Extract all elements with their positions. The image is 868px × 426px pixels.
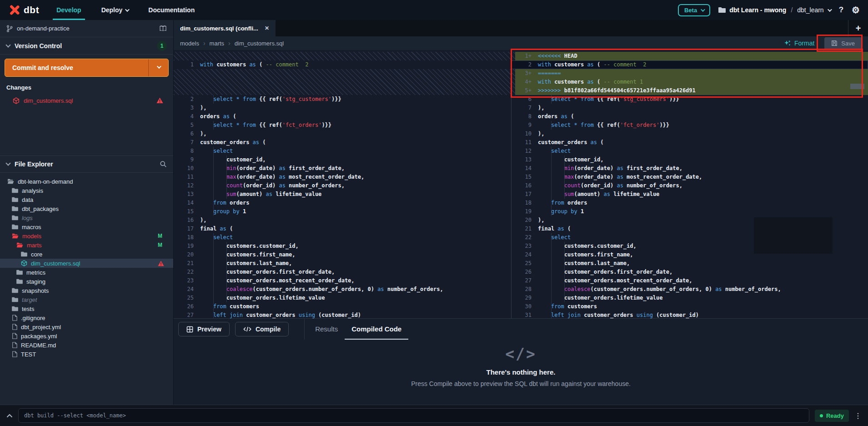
file-explorer-header[interactable]: File Explorer xyxy=(0,155,173,173)
tree-item-marts[interactable]: martsM xyxy=(0,241,173,250)
indent-guide xyxy=(551,155,552,164)
indent-guide xyxy=(213,207,214,216)
indent-guide xyxy=(226,155,227,164)
dbt-logo[interactable]: dbt xyxy=(8,4,39,16)
indent-guide xyxy=(226,294,227,302)
commit-options-caret[interactable] xyxy=(148,59,168,76)
code-text: customer_id, xyxy=(538,155,604,164)
tree-item-metrics[interactable]: metrics xyxy=(0,268,173,277)
chevron-up-icon[interactable] xyxy=(6,414,13,418)
version-control-header[interactable]: Version Control 1 xyxy=(0,37,173,55)
commit-and-resolve-button[interactable]: Commit and resolve xyxy=(5,59,169,77)
tree-item-dbt-packages[interactable]: dbt_packages xyxy=(0,204,173,213)
tree-item-staging[interactable]: staging xyxy=(0,277,173,286)
grid-icon xyxy=(186,326,193,333)
code-line: 21 customers.last_name, xyxy=(174,259,511,268)
tree-item-dbt-learn-on-demand[interactable]: dbt-learn-on-demand xyxy=(0,177,173,186)
code-line: 15 group by 1 xyxy=(174,207,511,216)
line-number: 19 xyxy=(177,242,194,251)
code-line: 14 min(order_date) as first_order_date, xyxy=(512,164,868,173)
code-line: 12 count(order_id) as number_of_orders, xyxy=(174,181,511,190)
minimap-slider[interactable] xyxy=(850,84,864,89)
code-line: 9 select * from {{ ref('fct_orders')}} xyxy=(512,121,868,130)
code-text: ), xyxy=(200,104,206,112)
project-selector[interactable]: dbt Learn - mwong / dbt_learn xyxy=(718,6,831,14)
beta-dropdown[interactable]: Beta xyxy=(678,4,710,16)
sidebar: on-demand-practice Version Control 1 Com… xyxy=(0,20,174,405)
save-button[interactable]: Save xyxy=(824,37,862,50)
breadcrumb-chevron: › xyxy=(203,40,206,47)
new-tab-button[interactable]: + xyxy=(848,20,868,36)
indent-guide xyxy=(226,242,227,251)
indent-guide xyxy=(213,294,214,302)
line-number: 16 xyxy=(177,216,194,225)
toolbar-actions: Format Save xyxy=(784,37,862,50)
search-icon[interactable] xyxy=(160,160,167,168)
save-floppy-icon xyxy=(831,40,838,46)
tree-item-snapshots[interactable]: snapshots xyxy=(0,286,173,295)
tree-item-macros[interactable]: macros xyxy=(0,222,173,231)
tree-item-dim-customers-sql[interactable]: dim_customers.sql xyxy=(0,259,173,268)
help-button[interactable]: ? xyxy=(839,5,843,15)
indent-guide xyxy=(226,276,227,285)
command-input[interactable] xyxy=(18,408,809,423)
tab-dim-customers[interactable]: dim_customers.sql (confli... ✕ xyxy=(174,20,276,36)
line-number: 25 xyxy=(177,294,194,302)
nav-develop[interactable]: Develop xyxy=(55,0,83,20)
tab-results[interactable]: Results xyxy=(308,319,345,340)
empty-state-description: Press Compile above to preview the SQL d… xyxy=(174,380,868,387)
nav-documentation[interactable]: Documentation xyxy=(146,0,196,20)
tab-compiled-code[interactable]: Compiled Code xyxy=(345,319,408,340)
line-number: 25 xyxy=(515,259,532,268)
compile-button[interactable]: Compile xyxy=(235,322,289,336)
modified-badge: M xyxy=(158,233,162,239)
line-number: 24 xyxy=(515,251,532,259)
indent-guide xyxy=(226,259,227,268)
code-text: customers.customer_id, xyxy=(538,242,637,251)
indent-guide xyxy=(213,268,214,276)
tree-item-tests[interactable]: tests xyxy=(0,304,173,313)
line-number: 18 xyxy=(177,233,194,242)
close-icon[interactable]: ✕ xyxy=(265,25,269,31)
tree-item-readme-md[interactable]: README.md xyxy=(0,341,173,350)
docs-book-icon[interactable] xyxy=(159,25,167,32)
code-text: customer_orders as ( xyxy=(538,138,604,147)
diff-pane-modified[interactable]: 1+<<<<<<< HEAD2with customers as ( -- co… xyxy=(511,50,868,318)
tree-item-dbt-project-yml[interactable]: dbt_project.yml xyxy=(0,322,173,331)
folder-icon xyxy=(16,270,23,275)
tree-item-analysis[interactable]: analysis xyxy=(0,186,173,195)
tree-item-packages-yml[interactable]: packages.yml xyxy=(0,331,173,341)
indent-guide xyxy=(564,181,565,190)
tree-item-test[interactable]: TEST xyxy=(0,350,173,359)
code-line: 19 customers.customer_id, xyxy=(174,242,511,251)
branch-selector[interactable]: on-demand-practice xyxy=(0,20,173,37)
indent-guide xyxy=(551,276,552,285)
nav-deploy[interactable]: Deploy xyxy=(100,0,130,20)
format-button[interactable]: Format xyxy=(784,40,814,47)
version-control-title: Version Control xyxy=(15,42,62,50)
tree-item-core[interactable]: core xyxy=(0,250,173,259)
diff-pane-original[interactable]: 1with customers as ( -- comment 22 selec… xyxy=(174,50,511,318)
line-number: 24 xyxy=(177,285,194,294)
tree-item-target[interactable]: target xyxy=(0,295,173,304)
indent-guide xyxy=(226,173,227,181)
tree-item-data[interactable]: data xyxy=(0,195,173,204)
indent-guide xyxy=(213,173,214,181)
code-line: 17final as ( xyxy=(174,225,511,233)
code-line: 15 max(order_date) as most_recent_order_… xyxy=(512,173,868,181)
line-number: 15 xyxy=(515,173,532,181)
tree-item-label: dbt_project.yml xyxy=(21,324,61,331)
code-line: 13 sum(amount) as lifetime_value xyxy=(174,190,511,199)
tree-item-models[interactable]: modelsM xyxy=(0,231,173,241)
gear-icon[interactable]: ⚙ xyxy=(852,5,860,15)
kebab-menu-icon[interactable]: ⋮ xyxy=(854,411,862,420)
indent-guide xyxy=(564,251,565,259)
preview-button[interactable]: Preview xyxy=(178,322,230,336)
tree-item-logs[interactable]: logs xyxy=(0,213,173,222)
tree-item--gitignore[interactable]: .gitignore xyxy=(0,313,173,322)
changed-file-dim-customers[interactable]: dim_customers.sql xyxy=(0,95,173,106)
code-line: 6), xyxy=(174,130,511,138)
code-text: sum(amount) as lifetime_value xyxy=(538,190,659,199)
code-text: ), xyxy=(538,216,544,225)
line-number: 2 xyxy=(177,95,194,104)
